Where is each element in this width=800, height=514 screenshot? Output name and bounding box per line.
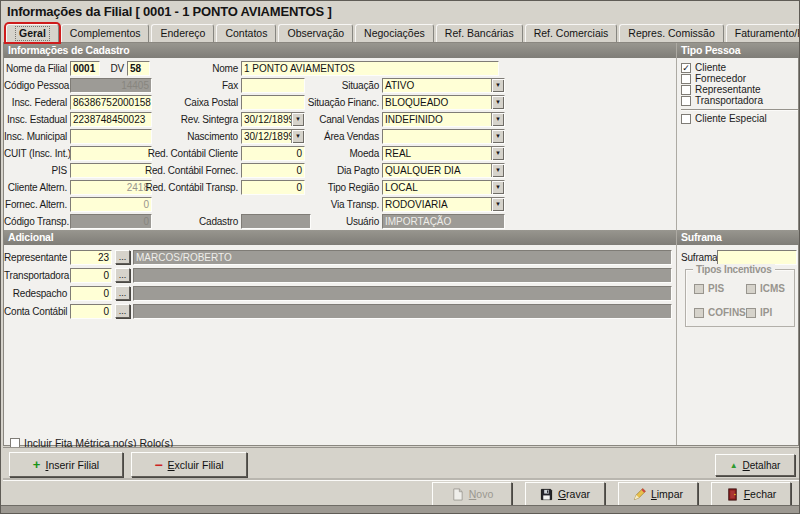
representante-code-field[interactable]: 23	[70, 250, 112, 265]
checkbox-unchecked-icon[interactable]	[10, 438, 20, 448]
checkbox-cliente[interactable]: ✓ Cliente	[681, 62, 798, 73]
red-contabil-transp-field[interactable]: 0	[241, 180, 305, 195]
codigo-pessoa-field: 14405	[70, 78, 152, 93]
dropdown-arrow-icon[interactable]: ▼	[491, 164, 504, 177]
dropdown-arrow-icon[interactable]: ▼	[491, 198, 504, 211]
checkbox-unchecked-icon[interactable]	[681, 85, 691, 95]
tab-strip: Geral Complementos Endereço Contatos Obs…	[6, 23, 798, 42]
pis-field[interactable]	[70, 163, 152, 178]
codigo-pessoa-label: Código Pessoa	[4, 80, 70, 91]
cadastro-field	[241, 214, 311, 229]
fornec-altern-field[interactable]: 0	[70, 197, 152, 212]
dropdown-arrow-icon[interactable]: ▼	[491, 79, 504, 92]
novo-button: Novo	[432, 482, 512, 506]
checkbox-cliente-especial[interactable]: Cliente Especial	[681, 113, 798, 124]
codigo-transp-label: Código Transp.	[4, 216, 70, 227]
checkbox-icms: ICMS	[746, 283, 785, 294]
usuario-label: Usuário	[302, 216, 382, 227]
suframa-label: Suframa	[681, 252, 717, 263]
red-contabil-fornec-field[interactable]: 0	[241, 163, 305, 178]
checkbox-unchecked-icon[interactable]	[681, 74, 691, 84]
insc-estadual-field[interactable]: 2238748450023	[70, 112, 152, 127]
fechar-button[interactable]: Fechar	[711, 482, 791, 506]
nome-label: Nome	[144, 63, 241, 74]
tab-ref-bancarias[interactable]: Ref. Bancárias	[436, 24, 523, 42]
nascimento-combo[interactable]: 30/12/1899 ▼	[241, 129, 305, 144]
suframa-field[interactable]	[717, 250, 797, 265]
redespacho-name-field	[133, 286, 672, 301]
checkbox-fornecedor[interactable]: Fornecedor	[681, 73, 798, 84]
red-contabil-cliente-field[interactable]: 0	[241, 146, 305, 161]
dropdown-arrow-icon[interactable]: ▼	[491, 130, 504, 143]
inserir-filial-button[interactable]: + Inserir Filial	[9, 452, 123, 477]
checkbox-transportadora[interactable]: Transportadora	[681, 95, 798, 106]
conta-contabil-browse-button[interactable]: ...	[115, 304, 130, 318]
redespacho-browse-button[interactable]: ...	[115, 286, 130, 300]
situacao-combo[interactable]: ATIVO ▼	[382, 78, 505, 93]
usuario-field: IMPORTAÇÃO	[382, 214, 505, 229]
dia-pagto-label: Dia Pagto	[302, 165, 382, 176]
caixa-postal-field[interactable]	[241, 95, 305, 110]
dropdown-arrow-icon[interactable]: ▼	[491, 147, 504, 160]
transportadora-code-field[interactable]: 0	[70, 268, 112, 283]
tab-negociacoes[interactable]: Negociações	[355, 24, 434, 42]
dropdown-arrow-icon[interactable]: ▼	[491, 96, 504, 109]
transportadora-browse-button[interactable]: ...	[115, 268, 130, 282]
tab-contatos[interactable]: Contatos	[216, 24, 276, 42]
redespacho-code-field[interactable]: 0	[70, 286, 112, 301]
checkbox-ipi: IPI	[746, 307, 772, 318]
rev-sintegra-combo[interactable]: 30/12/1899 ▼	[241, 112, 305, 127]
conta-contabil-label: Conta Contábil	[4, 306, 70, 317]
dia-pagto-combo[interactable]: QUALQUER DIA ▼	[382, 163, 505, 178]
via-transp-combo[interactable]: RODOVIARIA ▼	[382, 197, 505, 212]
canal-vendas-combo[interactable]: INDEFINIDO ▼	[382, 112, 505, 127]
checkbox-cofins: COFINS	[694, 307, 746, 318]
fax-field[interactable]	[241, 78, 305, 93]
area-vendas-label: Área Vendas	[302, 131, 382, 142]
excluir-filial-button[interactable]: − Excluir Filial	[131, 452, 247, 477]
moeda-label: Moeda	[302, 148, 382, 159]
tab-ref-comerciais[interactable]: Ref. Comerciais	[525, 24, 618, 42]
checkbox-unchecked-icon[interactable]	[681, 96, 691, 106]
insc-federal-field[interactable]: 86386752000158	[70, 95, 152, 110]
dv-label: DV	[100, 63, 127, 74]
moeda-combo[interactable]: REAL ▼	[382, 146, 505, 161]
tab-faturamento-recebimento[interactable]: Faturamento/Recebimento	[726, 24, 800, 42]
situacao-financ-label: Situação Financ.	[302, 97, 382, 108]
dropdown-arrow-icon[interactable]: ▼	[491, 181, 504, 194]
filial-actions-bar: + Inserir Filial − Excluir Filial ▲ Deta…	[3, 447, 799, 480]
dropdown-arrow-icon[interactable]: ▼	[491, 113, 504, 126]
plus-icon: +	[33, 459, 41, 471]
red-contabil-transp-label: Red. Contábil Transp.	[144, 182, 241, 193]
tab-endereco[interactable]: Endereço	[151, 24, 214, 42]
area-vendas-combo[interactable]: ▼	[382, 129, 505, 144]
main-actions-bar: Novo Gravar Limpar F	[3, 480, 799, 507]
limpar-button[interactable]: Limpar	[618, 482, 698, 506]
cuit-field[interactable]	[70, 146, 152, 161]
checkbox-checked-icon[interactable]: ✓	[681, 63, 691, 73]
window-title: Informações da Filial [ 0001 - 1 PONTO A…	[7, 3, 332, 21]
red-contabil-cliente-label: Red. Contábil Cliente	[144, 148, 241, 159]
cliente-altern-field[interactable]: 2418	[70, 180, 152, 195]
checkbox-disabled-icon	[694, 308, 704, 318]
gravar-button[interactable]: Gravar	[525, 482, 605, 506]
section-suframa: Suframa	[677, 230, 799, 245]
canal-vendas-label: Canal Vendas	[302, 114, 382, 125]
checkbox-representante[interactable]: Representante	[681, 84, 798, 95]
checkbox-unchecked-icon[interactable]	[681, 114, 691, 124]
tipo-regiao-combo[interactable]: LOCAL ▼	[382, 180, 505, 195]
fornec-altern-label: Fornec. Altern.	[4, 199, 70, 210]
detalhar-button[interactable]: ▲ Detalhar	[715, 454, 795, 476]
tab-complementos[interactable]: Complementos	[61, 24, 150, 42]
conta-contabil-code-field[interactable]: 0	[70, 304, 112, 319]
conta-contabil-name-field	[133, 304, 672, 319]
situacao-financ-combo[interactable]: BLOQUEADO ▼	[382, 95, 505, 110]
insc-municipal-field[interactable]	[70, 129, 152, 144]
tab-observacao[interactable]: Observação	[278, 24, 353, 42]
nome-da-filial-label: Nome da Filial	[4, 63, 70, 74]
tab-repres-comissao[interactable]: Repres. Comissão	[619, 24, 723, 42]
checkbox-disabled-icon	[694, 284, 704, 294]
representante-browse-button[interactable]: ...	[115, 250, 130, 264]
tab-geral[interactable]: Geral	[6, 24, 59, 42]
nome-da-filial-field[interactable]: 0001	[70, 61, 100, 76]
